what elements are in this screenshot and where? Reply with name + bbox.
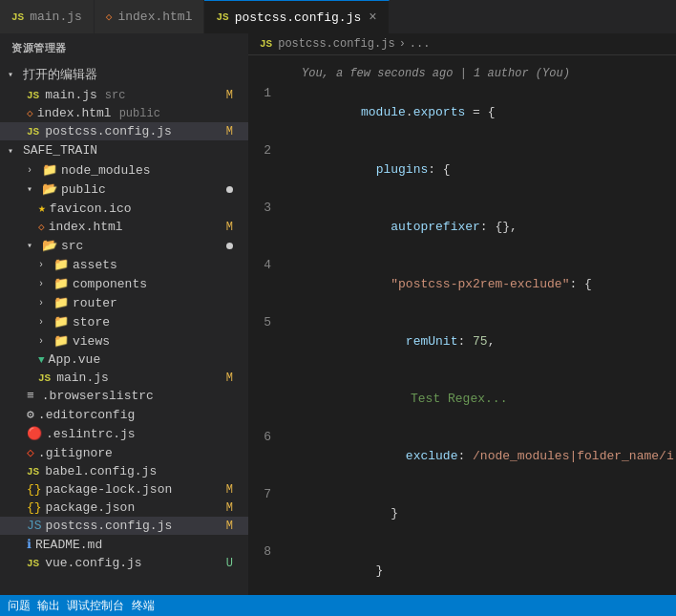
html-file-icon: ◇: [27, 107, 33, 119]
git-info: You, a few seconds ago | 1 author (You): [248, 63, 676, 84]
file-favicon[interactable]: ★ favicon.ico: [0, 199, 248, 218]
line-number: 7: [248, 485, 286, 504]
tab-index-html[interactable]: ◇ index.html: [95, 0, 205, 33]
folder-store[interactable]: › 📁 store: [0, 312, 248, 331]
open-editor-main-js[interactable]: JS main.js src M: [0, 86, 248, 104]
token: : {: [569, 277, 591, 291]
line-content: }: [286, 542, 676, 595]
file-browserslistrc[interactable]: ≡ .browserslistrc: [0, 387, 248, 405]
file-name: main.js: [56, 371, 109, 385]
file-name: package-lock.json: [46, 482, 173, 497]
folder-name: public: [61, 182, 106, 197]
file-app-vue[interactable]: ▼ App.vue: [0, 350, 248, 369]
folder-name: router: [73, 296, 117, 310]
token: exclude: [406, 449, 458, 463]
js-file-icon: JS: [38, 372, 51, 384]
code-line-5: 5 remUnit: 75,: [248, 313, 676, 371]
folder-open-icon: 📂: [42, 181, 57, 197]
line-number: 5: [248, 313, 286, 332]
sidebar-title: 资源管理器: [0, 33, 248, 63]
token: }: [361, 506, 398, 520]
open-editor-postcss[interactable]: JS postcss.config.js M: [0, 122, 248, 140]
token: : {: [428, 162, 450, 177]
open-editor-index-html[interactable]: ◇ index.html public: [0, 104, 248, 122]
tab-label: main.js: [30, 10, 82, 24]
folder-assets[interactable]: › 📁 assets: [0, 255, 248, 274]
folder-node-modules[interactable]: › 📁 node_modules: [0, 160, 248, 180]
change-indicator: [226, 243, 233, 249]
token: :: [457, 449, 473, 463]
close-icon[interactable]: ×: [369, 10, 376, 25]
token: [361, 449, 406, 463]
file-readme[interactable]: ℹ README.md: [0, 535, 248, 554]
file-babel-config[interactable]: JS babel.config.js: [0, 462, 248, 480]
tab-main-js[interactable]: JS main.js: [0, 0, 95, 33]
file-eslintrc[interactable]: 🔴 .eslintrc.js: [0, 424, 248, 443]
code-line-8: 8 }: [248, 542, 676, 595]
chevron-down-icon: ▾: [8, 69, 19, 80]
file-main-js[interactable]: JS main.js M: [0, 369, 248, 387]
folder-icon: 📁: [42, 162, 57, 178]
breadcrumb-more: ...: [410, 37, 431, 51]
json-file-icon: {}: [27, 482, 42, 497]
token: [361, 277, 391, 291]
folder-public[interactable]: ▾ 📂 public: [0, 180, 248, 199]
folder-icon: 📁: [53, 295, 69, 310]
token: exports: [413, 105, 466, 119]
file-vue-config[interactable]: JS vue.config.js U: [0, 554, 248, 572]
token: : {},: [480, 220, 518, 234]
code-line-7: 7 }: [248, 485, 676, 542]
file-suffix: src: [105, 89, 126, 102]
line-content: "postcss-px2rem-exclude": {: [286, 256, 676, 313]
tab-postcss-config-js[interactable]: JS postcss.config.js ×: [204, 0, 389, 33]
token: ,: [488, 334, 496, 349]
line-content: autoprefixer: {},: [286, 199, 676, 256]
file-name: babel.config.js: [45, 464, 157, 478]
code-line-2: 2 plugins: {: [248, 141, 676, 199]
code-line-3: 3 autoprefixer: {},: [248, 199, 676, 256]
folder-open-icon: 📂: [42, 238, 57, 253]
folder-views[interactable]: › 📁 views: [0, 331, 248, 350]
code-line-4: 4 "postcss-px2rem-exclude": {: [248, 256, 676, 313]
file-name: App.vue: [49, 352, 101, 367]
token: = {: [465, 105, 495, 119]
folder-icon: 📁: [53, 314, 69, 329]
file-name: .eslintrc.js: [46, 427, 136, 441]
folder-icon: 📁: [53, 276, 69, 291]
main-area: 资源管理器 ▾ 打开的编辑器 JS main.js src M ◇ index.…: [0, 33, 676, 595]
file-package-json[interactable]: {} package.json M: [0, 499, 248, 517]
untracked-badge: U: [226, 557, 241, 570]
chevron-down-icon: ▾: [27, 183, 38, 195]
safe-train-header[interactable]: ▾ SAFE_TRAIN: [0, 140, 248, 160]
folder-name: node_modules: [61, 163, 151, 178]
editor-content[interactable]: You, a few seconds ago | 1 author (You) …: [248, 55, 676, 595]
folder-icon: 📁: [53, 257, 69, 272]
file-package-lock[interactable]: {} package-lock.json M: [0, 480, 248, 499]
modified-badge: M: [226, 372, 241, 385]
folder-router[interactable]: › 📁 router: [0, 293, 248, 312]
tab-label: postcss.config.js: [235, 11, 362, 25]
js-file-icon: JS: [27, 558, 39, 569]
file-postcss-config[interactable]: JS postcss.config.js M: [0, 517, 248, 535]
html-file-icon: ◇: [38, 221, 45, 233]
folder-components[interactable]: › 📁 components: [0, 274, 248, 293]
folder-src[interactable]: ▾ 📂 src: [0, 236, 248, 255]
file-name: index.html: [49, 220, 123, 234]
open-editors-header[interactable]: ▾ 打开的编辑器: [0, 63, 248, 86]
breadcrumb-filename: postcss.config.js: [278, 37, 394, 51]
modified-badge: M: [226, 89, 241, 102]
token: [361, 334, 406, 349]
token: remUnit: [406, 334, 458, 349]
file-index-html[interactable]: ◇ index.html M: [0, 218, 248, 236]
token: .: [406, 105, 413, 119]
line-content: Test Regex...: [286, 371, 676, 428]
file-gitignore[interactable]: ◇ .gitignore: [0, 443, 248, 462]
token: autoprefixer: [391, 220, 480, 234]
file-editorconfig[interactable]: ⚙ .editorconfig: [0, 405, 248, 424]
open-editors-label: 打开的编辑器: [23, 66, 97, 83]
token: [361, 162, 376, 177]
folder-name: components: [73, 277, 147, 291]
line-number: 2: [248, 141, 286, 160]
token: plugins: [376, 162, 429, 177]
eslint-file-icon: 🔴: [27, 426, 42, 441]
